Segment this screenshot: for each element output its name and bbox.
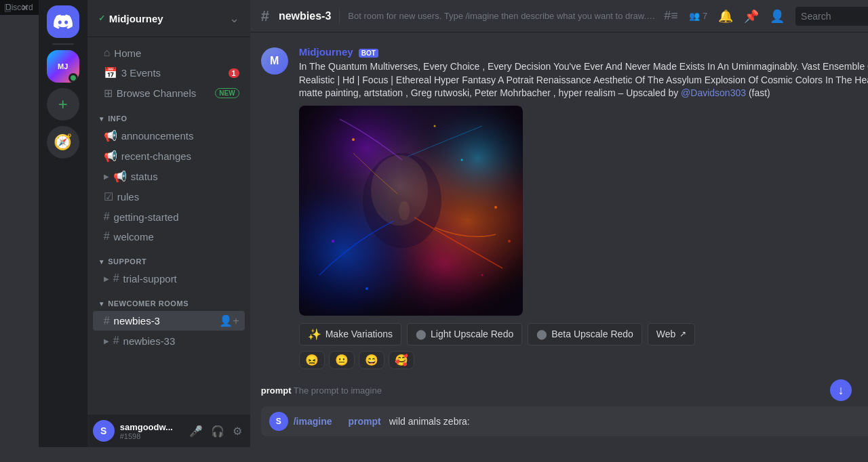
category-newcomer[interactable]: ▼ NEWCOMER ROOMS — [87, 289, 250, 310]
external-link-icon: ↗ — [679, 329, 686, 339]
happy-emoji: 😄 — [365, 354, 378, 366]
category-info-label: INFO — [108, 114, 127, 123]
close-button[interactable]: ✕ — [17, 1, 33, 14]
chat-input-wrapper[interactable]: S /imagine prompt 😊 — [261, 406, 868, 436]
main-content: # newbies-3 Bot room for new users. Type… — [250, 0, 868, 447]
bot-avatar-letter: M — [270, 55, 279, 67]
channel-newbies-33-label: newbies-33 — [123, 335, 176, 347]
hash-icon-2: # — [104, 230, 110, 243]
user-name: samgoodw... — [120, 422, 181, 432]
channel-status-label: status — [131, 171, 158, 182]
channel-announcements[interactable]: 📢 announcements — [93, 126, 245, 146]
svg-point-14 — [481, 274, 483, 276]
header-divider — [339, 8, 340, 24]
events-badge: 1 — [229, 68, 239, 78]
channel-trial-support-label: trial-support — [123, 273, 177, 285]
svg-point-9 — [399, 201, 410, 220]
pin-icon: 📌 — [744, 9, 759, 23]
channel-newbies-33[interactable]: ▶ # newbies-33 — [93, 331, 245, 350]
channel-getting-started-label: getting-started — [114, 211, 179, 223]
headset-button[interactable]: 🎧 — [208, 422, 227, 440]
restore-button[interactable]: ⎕ — [1, 1, 14, 14]
reaction-love[interactable]: 🥰 — [389, 351, 414, 369]
title-bar-controls: – ⎕ ✕ — [0, 1, 33, 14]
message-header: Midjourney BOT — [299, 46, 868, 58]
threads-button[interactable]: #≡ — [664, 9, 678, 23]
midjourney-server-icon[interactable]: MJ — [47, 50, 79, 83]
reaction-neutral[interactable]: 😐 — [329, 351, 355, 369]
server-header[interactable]: ✓ Midjourney ⌄ — [87, 0, 250, 37]
status-expand-arrow: ▶ — [104, 173, 109, 180]
channel-getting-started[interactable]: # getting-started — [93, 207, 245, 226]
channel-newbies-3[interactable]: # newbies-3 👤+ — [93, 311, 245, 331]
reaction-happy[interactable]: 😄 — [359, 351, 384, 369]
message-group-main: M Midjourney BOT In The Quantum Multiver… — [250, 43, 868, 372]
messages-area[interactable]: M Midjourney BOT In The Quantum Multiver… — [250, 33, 868, 383]
beta-upscale-redo-button[interactable]: ⬤ Beta Upscale Redo — [528, 323, 642, 345]
browse-badge: NEW — [215, 88, 239, 98]
rules-icon: ☑ — [104, 190, 113, 203]
category-info[interactable]: ▼ INFO — [87, 104, 250, 125]
category-info-arrow: ▼ — [98, 115, 105, 123]
events-icon: 📅 — [104, 66, 117, 79]
svg-point-10 — [352, 138, 355, 141]
threads-icon: #≡ — [664, 9, 678, 22]
member-count-icon: 👥 — [689, 11, 700, 21]
light-upscale-redo-button[interactable]: ⬤ Light Upscale Redo — [407, 323, 522, 345]
prompt-hint-text: The prompt to imagine — [294, 385, 382, 396]
chat-input-avatar: S — [269, 412, 288, 431]
members-button[interactable]: 👤 — [770, 9, 785, 24]
channel-welcome[interactable]: # welcome — [93, 227, 245, 246]
browse-label: Browse Channels — [117, 87, 197, 99]
make-variations-icon: ✨ — [308, 328, 321, 341]
browse-channels-item[interactable]: ⊞ Browse Channels NEW — [93, 83, 245, 103]
message-username: Midjourney — [299, 46, 353, 58]
make-variations-button[interactable]: ✨ Make Variations — [299, 323, 401, 345]
newbies33-arrow: ▶ — [104, 337, 109, 345]
search-bar[interactable]: Search 🔍 — [795, 7, 868, 26]
channel-status[interactable]: ▶ 📢 status — [93, 167, 245, 186]
discord-home-icon[interactable] — [47, 5, 79, 38]
mic-button[interactable]: 🎤 — [186, 422, 205, 440]
ai-image-embed[interactable] — [299, 106, 523, 316]
home-item[interactable]: ⌂ Home — [93, 43, 245, 62]
reaction-sad[interactable]: 😖 — [299, 351, 325, 369]
light-upscale-icon: ⬤ — [416, 329, 427, 339]
bell-icon: 🔔 — [718, 9, 733, 23]
svg-point-12 — [332, 240, 334, 243]
events-label: 3 Events — [121, 67, 161, 79]
status-icon: 📢 — [113, 170, 127, 183]
channel-rules[interactable]: ☑ rules — [93, 187, 245, 207]
add-server-button[interactable]: + — [47, 88, 79, 121]
web-button[interactable]: Web ↗ — [648, 323, 696, 345]
active-server-indicator — [68, 73, 78, 83]
category-newcomer-label: NEWCOMER ROOMS — [108, 299, 189, 308]
notifications-button[interactable]: 🔔 — [718, 9, 733, 24]
upscale-speed: (fast) — [749, 87, 770, 98]
category-support-label: SUPPORT — [108, 257, 146, 266]
mention-user[interactable]: @Davidson303 — [681, 87, 746, 98]
announce-icon: 📢 — [104, 129, 117, 142]
server-name: ✓ Midjourney — [98, 13, 163, 24]
scroll-to-bottom-button[interactable]: ↓ — [830, 379, 852, 401]
home-icon: ⌂ — [104, 47, 111, 59]
category-support[interactable]: ▼ SUPPORT — [87, 247, 250, 268]
svg-point-16 — [433, 125, 435, 127]
svg-point-15 — [366, 287, 368, 290]
settings-button[interactable]: ⚙ — [230, 422, 245, 440]
category-newcomer-arrow: ▼ — [98, 300, 105, 308]
chat-input-field[interactable] — [389, 416, 868, 427]
svg-point-17 — [508, 240, 511, 243]
neutral-emoji: 😐 — [335, 354, 349, 366]
channel-hashtag-icon: # — [261, 7, 269, 25]
channel-trial-support[interactable]: ▶ # trial-support — [93, 269, 245, 288]
explore-servers-button[interactable]: 🧭 — [47, 126, 79, 159]
hash-icon-3: # — [113, 272, 119, 285]
add-member-icon[interactable]: 👤+ — [219, 314, 239, 327]
pin-button[interactable]: 📌 — [744, 9, 759, 24]
channel-recent-changes[interactable]: 📢 recent-changes — [93, 146, 245, 166]
server-sidebar: MJ + 🧭 — [39, 0, 87, 447]
hash-icon-1: # — [104, 211, 110, 223]
svg-point-13 — [494, 206, 497, 209]
events-item[interactable]: 📅 3 Events 1 — [93, 63, 245, 83]
